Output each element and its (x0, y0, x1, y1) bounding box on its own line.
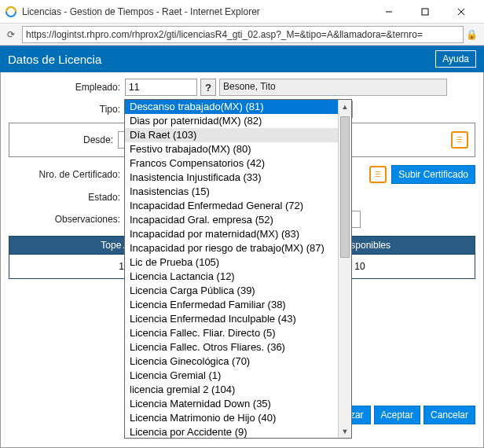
dropdown-option[interactable]: Licencia Enfermedad Inculpable (43) (125, 312, 338, 326)
address-bar: ⟳ 🔒 (0, 24, 484, 46)
cert-label: Nro. de Certificado: (9, 169, 125, 180)
dropdown-option[interactable]: Dias por paternidad(MX) (82) (125, 114, 338, 128)
refresh-icon[interactable]: ⟳ (5, 29, 17, 40)
dropdown-option[interactable]: Descanso trabajado(MX) (81) (125, 100, 338, 114)
aceptar-button[interactable]: Aceptar (374, 406, 420, 424)
dropdown-option[interactable]: Incapacidad por maternidad(MX) (83) (125, 227, 338, 241)
dropdown-option[interactable]: Licencia por Accidente (9) (125, 425, 338, 438)
subir-cert-button[interactable]: Subir Certificado (391, 165, 475, 184)
dropdown-option[interactable]: Licencia Lactancia (12) (125, 270, 338, 284)
dropdown-option[interactable]: Licencia Carga Pública (39) (125, 284, 338, 298)
dropdown-option[interactable]: Incapacidad Gral. empresa (52) (125, 213, 338, 227)
dropdown-option[interactable]: Licencia Fallec. Otros Fliares. (36) (125, 340, 338, 354)
dropdown-option[interactable]: Festivo trabajado(MX) (80) (125, 142, 338, 156)
dropdown-scrollbar[interactable]: ▲ ▼ (338, 100, 351, 438)
dropdown-option[interactable]: Licencia Gremial (1) (125, 369, 338, 383)
tipo-dropdown-list[interactable]: Descanso trabajado(MX) (81)Dias por pate… (124, 99, 352, 439)
dropdown-option[interactable]: Licencia Matrimonio de Hijo (40) (125, 411, 338, 425)
cert-calendar-icon[interactable]: ☰ (369, 166, 387, 183)
obs-label: Observaciones: (9, 214, 125, 225)
window-titlebar: Licencias - Gestion de Tiempos - Raet - … (0, 0, 484, 24)
dropdown-option[interactable]: Licencia Maternidad Down (35) (125, 397, 338, 411)
cancelar-button[interactable]: Cancelar (424, 406, 475, 424)
scroll-up-arrow[interactable]: ▲ (339, 100, 351, 113)
dropdown-option[interactable]: Inasistencias (15) (125, 185, 338, 199)
dropdown-option[interactable]: Licencia Ginecológica (70) (125, 354, 338, 369)
window-title: Licencias - Gestion de Tiempos - Raet - … (22, 6, 371, 17)
panel-header: Datos de Licencia Ayuda (0, 46, 484, 72)
scroll-thumb[interactable] (340, 116, 350, 258)
help-button[interactable]: Ayuda (435, 50, 476, 68)
dropdown-option[interactable]: Lic de Prueba (105) (125, 255, 338, 270)
empleado-lookup-button[interactable]: ? (200, 79, 216, 96)
tipo-label: Tipo: (9, 104, 125, 115)
minimize-button[interactable] (371, 0, 407, 24)
maximize-button[interactable] (407, 0, 443, 24)
dropdown-option[interactable]: Francos Compensatorios (42) (125, 156, 338, 171)
dropdown-option[interactable]: Licencia Enfermedad Familiar (38) (125, 298, 338, 312)
close-button[interactable] (443, 0, 479, 24)
dropdown-option[interactable]: Incapacidad Enfermedad General (72) (125, 199, 338, 213)
estado-label: Estado: (9, 192, 125, 203)
desde-label: Desde: (16, 134, 118, 145)
dropdown-option[interactable]: Inasistencia Injustificada (33) (125, 171, 338, 185)
empleado-input[interactable] (125, 79, 197, 96)
scroll-down-arrow[interactable]: ▼ (339, 424, 351, 438)
page-title: Datos de Licencia (8, 53, 101, 66)
url-input[interactable] (22, 26, 464, 43)
empleado-name-display: Besone, Tito (219, 79, 447, 96)
dropdown-option[interactable]: Licencia Fallec. Fliar. Directo (5) (125, 326, 338, 340)
ie-icon (5, 6, 17, 18)
calendar-icon[interactable]: ☰ (451, 131, 468, 149)
dropdown-option[interactable]: Día Raet (103) (125, 128, 338, 142)
svg-rect-2 (422, 9, 428, 15)
dropdown-option[interactable]: licencia gremial 2 (104) (125, 383, 338, 397)
lock-icon: 🔒 (464, 29, 479, 40)
dropdown-option[interactable]: Incapacidad por riesgo de trabajo(MX) (8… (125, 241, 338, 255)
empleado-label: Empleado: (9, 82, 125, 93)
